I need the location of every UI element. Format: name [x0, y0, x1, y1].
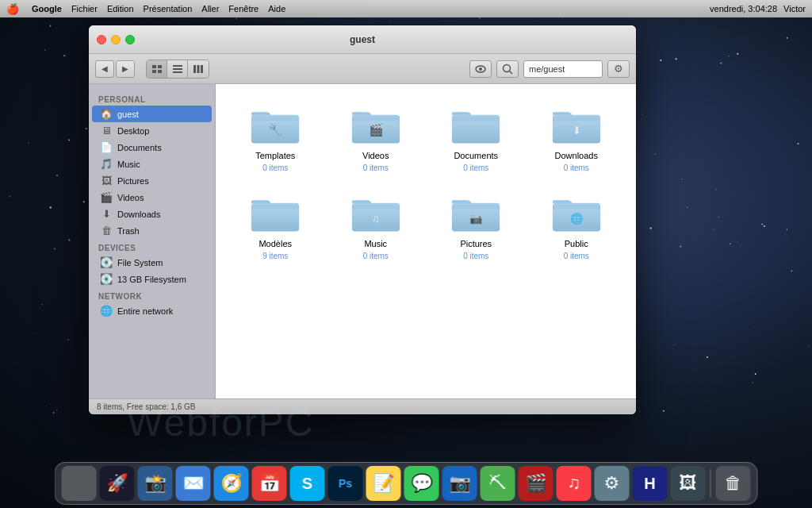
folder-count: 0 items	[363, 252, 389, 260]
downloads-icon: ⬇	[100, 208, 113, 220]
window-title: guest	[350, 34, 375, 45]
filesystem13-icon: 💽	[100, 273, 113, 285]
sidebar-item-music[interactable]: 🎵 Music	[92, 156, 212, 172]
svg-rect-9	[201, 65, 203, 73]
folder-name: Pictures	[460, 239, 492, 248]
dock-item-skype[interactable]: S	[290, 466, 325, 501]
folder-item-music[interactable]: ♫ Music 0 items	[329, 185, 423, 267]
gear-button[interactable]: ⚙	[607, 60, 630, 78]
sidebar-item-videos[interactable]: 🎬 Videos	[92, 189, 212, 206]
svg-rect-4	[173, 65, 182, 67]
folder-icon: 🎬	[350, 103, 401, 148]
folder-name: Music	[364, 239, 387, 248]
eye-button[interactable]	[469, 60, 492, 78]
svg-rect-2	[152, 70, 156, 73]
dock-item-safari[interactable]: 🧭	[214, 466, 249, 501]
svg-rect-5	[173, 68, 182, 70]
personal-section-label: Personal	[89, 90, 215, 106]
dock-item-dvd[interactable]: 🎬	[519, 466, 553, 501]
videos-icon: 🎬	[100, 191, 113, 203]
dock-item-prefs[interactable]: ⚙	[595, 466, 630, 501]
close-button[interactable]	[97, 35, 106, 44]
view-column-button[interactable]	[188, 60, 209, 78]
view-icon-button[interactable]	[147, 60, 167, 78]
nav-forward-button[interactable]: ▶	[116, 60, 135, 78]
folder-item-pictures[interactable]: 📷 Pictures 0 items	[429, 185, 523, 267]
svg-rect-6	[173, 71, 182, 73]
svg-text:♫: ♫	[372, 213, 380, 225]
folder-name: Public	[565, 239, 588, 248]
sidebar-item-downloads[interactable]: ⬇ Downloads	[92, 206, 212, 222]
folder-icon	[450, 103, 501, 148]
dock-item-mail[interactable]: ✉️	[176, 466, 211, 501]
sidebar-item-entire-network[interactable]: 🌐 Entire network	[92, 302, 212, 319]
menu-fenetre[interactable]: Fenêtre	[228, 4, 259, 13]
menu-presentation[interactable]: Présentation	[144, 4, 193, 13]
folder-item-mod-les[interactable]: Modèles 9 items	[228, 185, 323, 267]
dock-item-photoshop[interactable]: Ps	[328, 466, 363, 501]
svg-rect-21	[452, 121, 500, 143]
sidebar-videos-label: Videos	[117, 193, 144, 202]
sidebar-item-desktop[interactable]: 🖥 Desktop	[92, 122, 212, 139]
folder-item-downloads[interactable]: ⬇ Downloads 0 items	[530, 97, 624, 179]
dock-item-calendar[interactable]: 📅	[252, 466, 287, 501]
dock-item-stickies[interactable]: 📝	[366, 466, 401, 501]
menu-google[interactable]: Google	[32, 4, 62, 13]
menu-edition[interactable]: Edition	[107, 4, 134, 13]
main-area: Personal 🏠 guest 🖥 Desktop 📄 Documents 🎵…	[89, 84, 636, 398]
search-button[interactable]	[496, 60, 519, 78]
dock-item-trash[interactable]: 🗑	[716, 466, 751, 501]
sidebar-filesystem13-label: 13 GB Filesystem	[117, 275, 186, 284]
filesystem-icon: 💽	[100, 256, 113, 268]
folder-grid: 🔧 Templates 0 items 🎬 Videos 0	[228, 97, 623, 267]
folder-item-public[interactable]: 🌐 Public 0 items	[530, 185, 624, 267]
folder-count: 9 items	[262, 252, 288, 260]
menu-aide[interactable]: Aide	[268, 4, 285, 13]
path-input[interactable]	[523, 60, 603, 78]
sidebar-item-trash[interactable]: 🗑 Trash	[92, 222, 212, 239]
status-text: 8 items, Free space: 1,6 GB	[97, 402, 196, 411]
network-icon: 🌐	[100, 305, 113, 317]
folder-icon: 🔧	[250, 103, 301, 148]
folder-count: 0 items	[262, 164, 288, 172]
desktop-icon: 🖥	[100, 125, 113, 137]
view-buttons	[146, 60, 209, 79]
dock-item-png[interactable]: 🖼	[671, 466, 706, 501]
nav-back-button[interactable]: ◀	[95, 60, 114, 78]
dock-item-launchpad[interactable]: 🚀	[100, 466, 135, 501]
menu-aller[interactable]: Aller	[201, 4, 219, 13]
sidebar-item-filesystem[interactable]: 💽 File System	[92, 254, 212, 271]
sidebar-item-filesystem13[interactable]: 💽 13 GB Filesystem	[92, 271, 212, 287]
dock-item-itunes[interactable]: ♫	[557, 466, 592, 501]
sidebar-item-pictures[interactable]: 🖼 Pictures	[92, 172, 212, 189]
dock-item-finder[interactable]	[62, 466, 97, 501]
maximize-button[interactable]	[125, 35, 135, 44]
dock-item-photos[interactable]: 📸	[138, 466, 173, 501]
sidebar-item-guest[interactable]: 🏠 guest	[92, 106, 212, 122]
svg-text:⬇: ⬇	[572, 125, 580, 137]
dock-item-minecraft[interactable]: ⛏	[481, 466, 515, 501]
minimize-button[interactable]	[111, 35, 121, 44]
menu-fichier[interactable]: Fichier	[71, 4, 98, 13]
svg-line-13	[510, 71, 513, 74]
folder-count: 0 items	[564, 252, 589, 260]
folder-icon: 📷	[450, 191, 501, 236]
svg-rect-26	[251, 209, 299, 231]
folder-item-documents[interactable]: Documents 0 items	[429, 97, 523, 179]
pictures-icon: 🖼	[100, 175, 113, 187]
folder-count: 0 items	[463, 252, 488, 260]
view-list-button[interactable]	[167, 60, 188, 78]
folder-icon: ⬇	[551, 103, 602, 148]
devices-section-label: Devices	[89, 239, 215, 254]
svg-text:📷: 📷	[469, 212, 483, 225]
folder-item-videos[interactable]: 🎬 Videos 0 items	[329, 97, 423, 179]
sidebar: Personal 🏠 guest 🖥 Desktop 📄 Documents 🎵…	[89, 84, 216, 398]
dock-item-camtwist[interactable]: 📷	[442, 466, 477, 501]
apple-menu[interactable]: 🍎	[6, 3, 19, 15]
folder-item-templates[interactable]: 🔧 Templates 0 items	[228, 97, 323, 179]
sidebar-guest-label: guest	[117, 110, 139, 119]
sidebar-item-documents[interactable]: 📄 Documents	[92, 139, 212, 156]
svg-rect-8	[197, 65, 200, 73]
dock-item-messages[interactable]: 💬	[404, 466, 439, 501]
dock-item-highland[interactable]: H	[633, 466, 668, 501]
